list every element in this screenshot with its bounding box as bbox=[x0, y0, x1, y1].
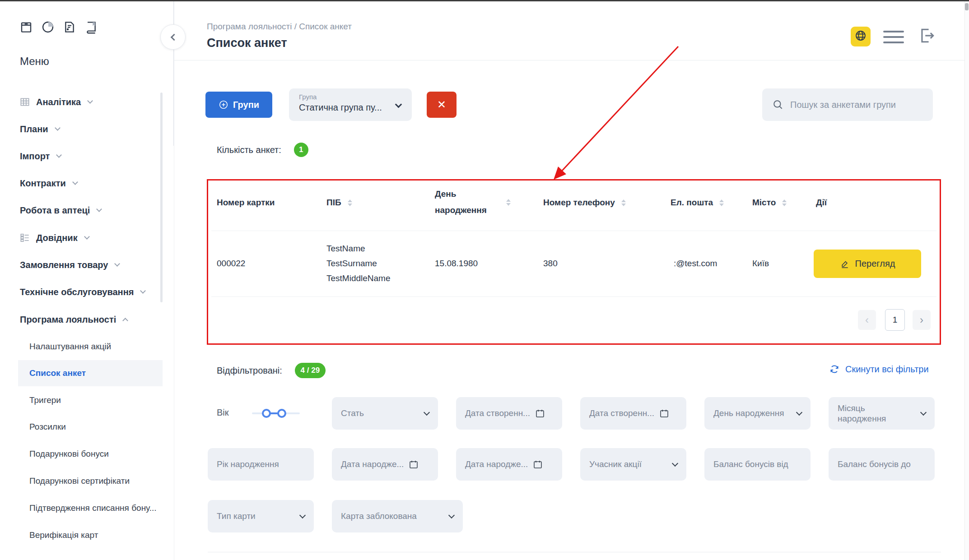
filter-created-date-from[interactable]: Дата створенн... bbox=[456, 397, 562, 430]
chevron-down-icon bbox=[424, 409, 430, 416]
logout-button[interactable] bbox=[917, 26, 936, 47]
sidebar-subitem-triggers[interactable]: Тригери bbox=[29, 394, 61, 406]
pagination-prev-button[interactable]: ‹ bbox=[858, 310, 876, 330]
sidebar-item-import[interactable]: Імпорт bbox=[20, 149, 61, 163]
sidebar-item-pharmacy-work[interactable]: Робота в аптеці bbox=[20, 204, 101, 217]
reset-filters-link[interactable]: Скинути всі фільтри bbox=[829, 364, 929, 375]
column-header-full-name[interactable]: ПІБ bbox=[326, 198, 352, 208]
chevron-down-icon bbox=[84, 234, 90, 240]
sidebar-subitem-mailings[interactable]: Розсилки bbox=[29, 421, 66, 433]
sidebar-scrollbar[interactable] bbox=[160, 93, 163, 302]
group-select-value: Статична група пу... bbox=[299, 102, 402, 113]
chevron-left-icon bbox=[170, 33, 177, 41]
filter-card-blocked-select[interactable]: Карта заблокована bbox=[332, 500, 463, 532]
filter-birth-month-select[interactable]: Місяць народження bbox=[829, 397, 935, 430]
view-button[interactable]: Перегляд bbox=[814, 250, 921, 278]
pagination-page-1[interactable]: 1 bbox=[885, 309, 905, 331]
clear-group-button[interactable]: ✕ bbox=[427, 92, 457, 118]
chevron-down-icon bbox=[299, 512, 306, 518]
logout-icon bbox=[917, 26, 936, 46]
filter-label: Дата народже... bbox=[341, 459, 404, 469]
filter-birth-date-to[interactable]: Дата народже... bbox=[456, 448, 562, 481]
column-label: Ел. пошта bbox=[671, 198, 713, 208]
chevron-down-icon bbox=[72, 179, 78, 185]
filter-birth-day-select[interactable]: День народження bbox=[704, 397, 811, 430]
filter-label: Тип карти bbox=[217, 511, 256, 521]
sort-icon[interactable] bbox=[348, 199, 352, 206]
column-header-city[interactable]: Місто bbox=[752, 198, 787, 208]
sort-icon[interactable] bbox=[506, 199, 511, 206]
filter-label: Дата створенн... bbox=[465, 408, 530, 418]
sidebar-item-label: Програма лояльності bbox=[20, 315, 116, 325]
sort-icon[interactable] bbox=[782, 199, 787, 206]
sidebar-menu-title: Меню bbox=[20, 55, 49, 68]
filter-birth-date-from[interactable]: Дата народже... bbox=[332, 448, 438, 481]
document-icon[interactable] bbox=[62, 20, 77, 34]
filter-card-type-select[interactable]: Тип карти bbox=[208, 500, 314, 532]
chevron-up-icon bbox=[122, 318, 128, 324]
column-header-card-number: Номер картки bbox=[217, 198, 275, 208]
filter-gender-select[interactable]: Стать bbox=[332, 397, 438, 430]
page-scrollbar-thumb[interactable] bbox=[965, 3, 969, 10]
sidebar-item-directory[interactable]: Довідник bbox=[19, 231, 89, 245]
reset-filters-label: Скинути всі фільтри bbox=[845, 364, 929, 375]
book-icon[interactable] bbox=[84, 20, 98, 34]
chevron-down-icon bbox=[920, 409, 927, 416]
page-title: Список анкет bbox=[207, 36, 287, 50]
chevron-down-icon bbox=[796, 409, 802, 416]
breadcrumb[interactable]: Програма лояльності / Список анкет bbox=[207, 22, 352, 32]
column-header-phone[interactable]: Номер телефону bbox=[543, 198, 626, 208]
cell-card-number: 000022 bbox=[217, 259, 245, 268]
column-header-email[interactable]: Ел. пошта bbox=[671, 198, 724, 208]
sidebar-item-label: Плани bbox=[20, 124, 48, 134]
filtered-count: Відфільтровані: 4 / 29 bbox=[217, 363, 326, 378]
sidebar-subitem-bonus-writeoff-confirm[interactable]: Підтвердження списання бону... bbox=[29, 502, 157, 514]
column-header-birth-date[interactable]: День народження bbox=[435, 186, 511, 218]
sidebar-subitem-promo-settings[interactable]: Налаштування акцій bbox=[29, 341, 111, 352]
age-filter-label: Вік bbox=[217, 407, 229, 418]
group-search[interactable] bbox=[762, 88, 933, 121]
collapse-divider-line bbox=[173, 1, 174, 146]
sidebar-subitem-gift-bonuses[interactable]: Подарункові бонуси bbox=[29, 448, 109, 460]
chevron-down-icon bbox=[140, 288, 146, 294]
search-input[interactable] bbox=[790, 100, 923, 110]
filter-created-date-to[interactable]: Дата створенн... bbox=[580, 397, 686, 430]
filter-bonus-balance-from-input[interactable]: Баланс бонусів від bbox=[704, 448, 811, 481]
filter-bonus-balance-to-input[interactable]: Баланс бонусів до bbox=[829, 448, 935, 481]
sidebar-item-label: Контракти bbox=[20, 178, 66, 189]
filter-birth-year-input[interactable]: Рік народження bbox=[208, 448, 314, 481]
sidebar-item-goods-order[interactable]: Замовлення товару bbox=[20, 258, 119, 272]
filter-label: Учасник акції bbox=[589, 459, 642, 469]
sidebar-subitem-card-verification[interactable]: Верифікація карт bbox=[29, 529, 98, 541]
chevron-down-icon bbox=[97, 206, 102, 212]
menu-toggle-button[interactable] bbox=[883, 30, 904, 43]
sidebar-collapse-button[interactable] bbox=[160, 24, 186, 50]
table-header-divider bbox=[211, 231, 936, 231]
sidebar-item-analytics[interactable]: Аналітика bbox=[19, 95, 92, 109]
sidebar-item-loyalty-program[interactable]: Програма лояльності bbox=[20, 313, 127, 326]
groups-button[interactable]: Групи bbox=[205, 92, 272, 118]
sidebar-item-contracts[interactable]: Контракти bbox=[20, 176, 77, 190]
language-button[interactable] bbox=[851, 27, 871, 46]
archive-icon[interactable] bbox=[19, 20, 33, 34]
age-slider-handle-min[interactable] bbox=[262, 409, 271, 418]
sidebar-item-plans[interactable]: Плани bbox=[20, 122, 60, 136]
sidebar-item-maintenance[interactable]: Технічне обслуговування bbox=[20, 285, 145, 299]
cell-full-name-line3: TestMiddleName bbox=[326, 273, 391, 283]
column-label: Номер картки bbox=[217, 198, 275, 208]
header-divider bbox=[174, 60, 969, 60]
group-select-label: Група bbox=[299, 93, 402, 101]
group-select[interactable]: Група Статична група пу... bbox=[289, 88, 412, 121]
chevron-down-icon bbox=[56, 152, 62, 158]
close-icon: ✕ bbox=[437, 98, 446, 111]
page-scrollbar[interactable] bbox=[964, 1, 969, 560]
pie-chart-icon[interactable] bbox=[41, 20, 55, 34]
filter-promo-participant-select[interactable]: Учасник акції bbox=[580, 448, 686, 481]
sidebar-subitem-questionnaire-list[interactable]: Список анкет bbox=[29, 367, 86, 379]
sidebar-subitem-gift-certificates[interactable]: Подарункові сертифікати bbox=[29, 475, 130, 487]
sort-icon[interactable] bbox=[719, 199, 724, 206]
pagination-next-button[interactable]: › bbox=[913, 310, 931, 330]
groups-button-label: Групи bbox=[233, 100, 259, 110]
age-slider-handle-max[interactable] bbox=[277, 409, 286, 418]
sort-icon[interactable] bbox=[621, 199, 626, 206]
